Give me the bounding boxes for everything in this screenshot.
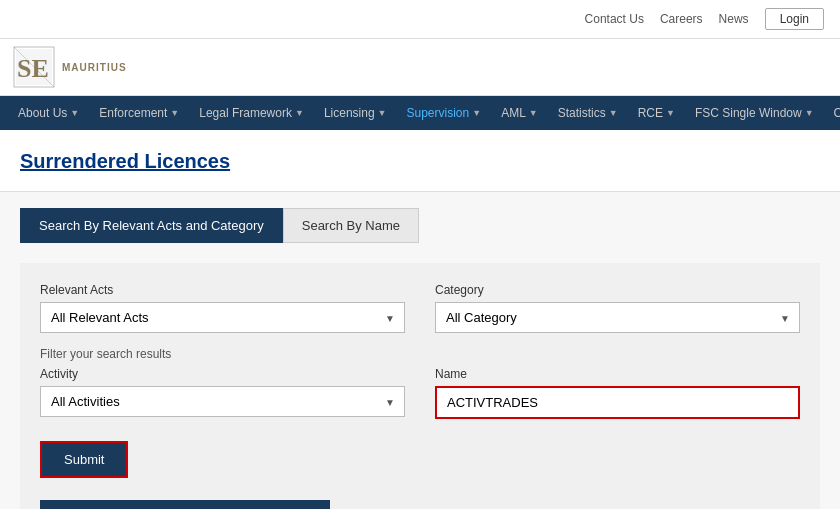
activity-group: Activity All Activities xyxy=(40,367,405,419)
nav-consumer[interactable]: Consumer Protection ▼ xyxy=(824,96,840,130)
tab-bar: Search By Relevant Acts and Category Sea… xyxy=(20,208,820,243)
top-bar: Contact Us Careers News Login xyxy=(0,0,840,39)
nav-supervision[interactable]: Supervision ▼ xyxy=(397,96,492,130)
logo-text: MAURITIUS xyxy=(62,61,127,74)
form-row-1: Relevant Acts All Relevant Acts Category… xyxy=(40,283,800,333)
tab-search-by-name[interactable]: Search By Name xyxy=(283,208,419,243)
search-form: Relevant Acts All Relevant Acts Category… xyxy=(20,263,820,509)
chevron-down-icon: ▼ xyxy=(472,108,481,118)
name-input[interactable] xyxy=(435,386,800,419)
contact-link[interactable]: Contact Us xyxy=(585,12,644,26)
chevron-down-icon: ▼ xyxy=(609,108,618,118)
name-label: Name xyxy=(435,367,800,381)
nav-legal[interactable]: Legal Framework ▼ xyxy=(189,96,314,130)
relevant-acts-select-wrapper: All Relevant Acts xyxy=(40,302,405,333)
page-title-wrapper: Surrendered Licences xyxy=(0,130,840,192)
form-row-2: Activity All Activities Name xyxy=(40,367,800,419)
category-label: Category xyxy=(435,283,800,297)
relevant-acts-label: Relevant Acts xyxy=(40,283,405,297)
chevron-down-icon: ▼ xyxy=(378,108,387,118)
category-select[interactable]: All Category xyxy=(435,302,800,333)
page-content: Search By Relevant Acts and Category Sea… xyxy=(0,192,840,509)
name-group: Name xyxy=(435,367,800,419)
chevron-down-icon: ▼ xyxy=(529,108,538,118)
submit-button[interactable]: Submit xyxy=(40,441,128,478)
relevant-acts-group: Relevant Acts All Relevant Acts xyxy=(40,283,405,333)
nav-aml[interactable]: AML ▼ xyxy=(491,96,548,130)
svg-text:SE: SE xyxy=(17,54,49,83)
nav-fsc[interactable]: FSC Single Window ▼ xyxy=(685,96,824,130)
activity-label: Activity xyxy=(40,367,405,381)
chevron-down-icon: ▼ xyxy=(70,108,79,118)
reporting-issuers-button[interactable]: Reporting Issuers - Registration Stateme… xyxy=(40,500,330,509)
nav-rce[interactable]: RCE ▼ xyxy=(628,96,685,130)
chevron-down-icon: ▼ xyxy=(295,108,304,118)
filter-text: Filter your search results xyxy=(40,347,800,361)
logo-area: SE MAURITIUS xyxy=(12,45,127,89)
chevron-down-icon: ▼ xyxy=(666,108,675,118)
login-button[interactable]: Login xyxy=(765,8,824,30)
tab-relevant-acts[interactable]: Search By Relevant Acts and Category xyxy=(20,208,283,243)
news-link[interactable]: News xyxy=(719,12,749,26)
chevron-down-icon: ▼ xyxy=(170,108,179,118)
category-select-wrapper: All Category xyxy=(435,302,800,333)
activity-select-wrapper: All Activities xyxy=(40,386,405,417)
nav-bar: About Us ▼ Enforcement ▼ Legal Framework… xyxy=(0,96,840,130)
relevant-acts-select[interactable]: All Relevant Acts xyxy=(40,302,405,333)
chevron-down-icon: ▼ xyxy=(805,108,814,118)
header: SE MAURITIUS xyxy=(0,39,840,96)
nav-enforcement[interactable]: Enforcement ▼ xyxy=(89,96,189,130)
logo-icon: SE xyxy=(12,45,56,89)
nav-statistics[interactable]: Statistics ▼ xyxy=(548,96,628,130)
nav-about[interactable]: About Us ▼ xyxy=(8,96,89,130)
nav-licensing[interactable]: Licensing ▼ xyxy=(314,96,397,130)
page-title: Surrendered Licences xyxy=(20,140,820,173)
activity-select[interactable]: All Activities xyxy=(40,386,405,417)
category-group: Category All Category xyxy=(435,283,800,333)
careers-link[interactable]: Careers xyxy=(660,12,703,26)
